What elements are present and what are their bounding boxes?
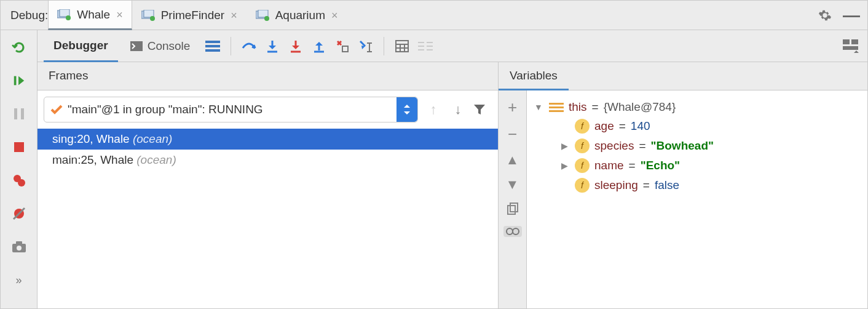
- field-icon: f: [575, 119, 590, 134]
- var-name: age: [594, 119, 614, 133]
- field-icon: f: [575, 158, 590, 173]
- svg-rect-9: [14, 76, 16, 86]
- svg-rect-45: [843, 39, 850, 44]
- step-over-icon[interactable]: [239, 36, 259, 57]
- close-icon[interactable]: ×: [231, 10, 237, 21]
- pause-button[interactable]: [8, 103, 30, 125]
- svg-rect-11: [21, 108, 24, 119]
- stop-button[interactable]: [8, 136, 30, 158]
- run-config-icon: [57, 9, 71, 20]
- tab-aquarium[interactable]: Aquarium ×: [247, 1, 347, 30]
- svg-rect-23: [205, 49, 220, 52]
- step-into-icon[interactable]: [262, 36, 283, 57]
- equals: =: [643, 179, 650, 192]
- svg-rect-48: [508, 206, 515, 214]
- close-icon[interactable]: ×: [116, 9, 123, 20]
- var-name: sleeping: [594, 179, 638, 192]
- frames-title: Frames: [49, 69, 88, 84]
- variables-title: Variables: [499, 63, 569, 90]
- more-button[interactable]: »: [8, 269, 30, 291]
- threads-icon[interactable]: [202, 36, 223, 57]
- tab-primefinder[interactable]: PrimeFinder ×: [132, 1, 247, 30]
- thread-selector[interactable]: "main"@1 in group "main": RUNNING: [44, 97, 418, 122]
- run-to-cursor-icon[interactable]: [355, 36, 376, 57]
- force-step-into-icon[interactable]: [285, 36, 306, 57]
- camera-button[interactable]: [8, 236, 30, 258]
- svg-rect-30: [342, 46, 348, 52]
- equals: =: [629, 159, 636, 172]
- evaluate-expression-icon[interactable]: [392, 36, 412, 57]
- run-config-icon: [141, 10, 155, 21]
- tab-label: PrimeFinder: [161, 9, 224, 22]
- debug-toolbar: Debugger Console: [37, 30, 867, 62]
- check-icon: [50, 105, 63, 114]
- variable-row-sleeping[interactable]: f sleeping = false: [533, 175, 861, 195]
- var-name: this: [569, 100, 587, 114]
- svg-point-2: [66, 15, 71, 20]
- chevron-down-icon[interactable]: ▼: [533, 102, 544, 112]
- debug-label: Debug:: [10, 9, 48, 22]
- variable-row-this[interactable]: ▼ this = {Whale@784}: [533, 98, 861, 116]
- debugger-tab[interactable]: Debugger: [44, 31, 118, 62]
- tab-whale[interactable]: Whale ×: [48, 1, 132, 30]
- resume-button[interactable]: [8, 70, 30, 92]
- console-icon: [130, 41, 143, 51]
- step-out-icon[interactable]: [309, 36, 329, 57]
- frame-method: main:25, Whale: [52, 153, 133, 166]
- svg-rect-20: [130, 41, 143, 51]
- gear-icon[interactable]: [818, 9, 832, 22]
- svg-point-51: [513, 228, 519, 235]
- chevron-right-icon[interactable]: ▶: [559, 141, 570, 151]
- prev-frame-button: ↑: [424, 102, 443, 118]
- run-config-icon: [256, 10, 269, 21]
- variable-row-name[interactable]: ▶ f name = "Echo": [533, 156, 861, 175]
- new-watch-icon[interactable]: +: [508, 99, 517, 115]
- rerun-button[interactable]: [8, 36, 30, 58]
- svg-point-14: [18, 179, 25, 187]
- var-value: "Echo": [641, 159, 680, 172]
- remove-watch-icon[interactable]: −: [508, 126, 517, 142]
- trace-current-stream-chain-icon: [415, 36, 436, 57]
- run-config-tabs: Whale × PrimeFinder × Aquarium ×: [48, 1, 347, 30]
- svg-rect-46: [851, 39, 858, 44]
- variable-row-age[interactable]: f age = 140: [533, 116, 861, 136]
- minimize-icon[interactable]: —: [843, 12, 860, 18]
- frame-row[interactable]: main:25, Whale (ocean): [37, 150, 498, 171]
- view-breakpoints-button[interactable]: [8, 169, 30, 191]
- move-down-icon[interactable]: ▼: [506, 178, 519, 191]
- layout-settings-icon[interactable]: [840, 36, 861, 57]
- svg-point-8: [264, 16, 269, 21]
- mute-breakpoints-button[interactable]: [8, 203, 30, 225]
- chevron-updown-icon[interactable]: [397, 97, 417, 122]
- console-tab[interactable]: Console: [120, 30, 200, 62]
- svg-rect-47: [843, 46, 858, 50]
- variables-header: Variables: [499, 62, 867, 90]
- next-frame-button[interactable]: ↓: [449, 102, 467, 118]
- chevron-right-icon[interactable]: ▶: [559, 161, 570, 171]
- drop-frame-icon[interactable]: [332, 36, 353, 57]
- debug-topbar: Debug: Whale × PrimeFinder × Aquarium ×: [1, 1, 867, 30]
- frame-row[interactable]: sing:20, Whale (ocean): [37, 129, 498, 150]
- tab-label: Whale: [77, 8, 110, 22]
- equals: =: [639, 139, 645, 153]
- svg-rect-21: [205, 41, 220, 43]
- equals: =: [592, 100, 599, 114]
- filter-icon[interactable]: [473, 103, 492, 116]
- duplicate-watch-icon[interactable]: [507, 203, 518, 215]
- console-tab-label: Console: [148, 39, 191, 53]
- field-icon: f: [575, 138, 590, 153]
- var-value: "Bowhead": [651, 139, 714, 153]
- show-watches-icon[interactable]: [503, 226, 522, 237]
- svg-rect-49: [510, 203, 518, 212]
- move-up-icon[interactable]: ▲: [506, 153, 519, 167]
- variable-row-species[interactable]: ▶ f species = "Bowhead": [533, 136, 861, 156]
- close-icon[interactable]: ×: [331, 10, 338, 21]
- svg-rect-22: [205, 45, 220, 47]
- var-value: false: [655, 179, 679, 192]
- svg-rect-34: [396, 41, 408, 52]
- frame-method: sing:20, Whale: [52, 132, 130, 145]
- svg-point-5: [150, 16, 155, 21]
- frame-location: (ocean): [136, 153, 176, 166]
- svg-rect-10: [14, 108, 17, 119]
- tab-label: Aquarium: [275, 9, 325, 22]
